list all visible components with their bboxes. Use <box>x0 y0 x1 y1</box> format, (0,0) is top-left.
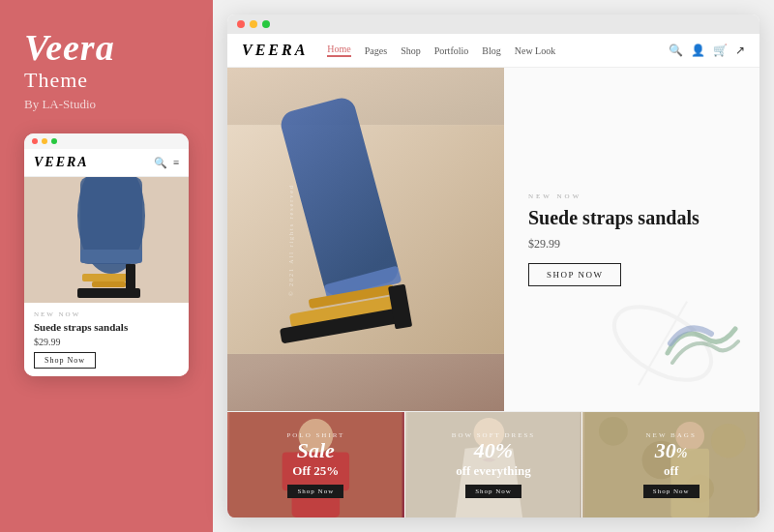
theme-label: Theme <box>24 68 88 93</box>
nav-item-blog[interactable]: Blog <box>482 45 500 56</box>
mobile-browser-bar <box>24 133 189 149</box>
left-panel: Veera Theme By LA-Studio VEERA 🔍 ≡ <box>0 0 213 532</box>
search-icon[interactable]: 🔍 <box>669 44 683 58</box>
desktop-shop-button[interactable]: Shop Now <box>528 263 621 286</box>
desktop-hero-image: © 2021 All rights reserved <box>227 68 504 411</box>
share-icon[interactable]: ↗ <box>735 44 745 58</box>
mobile-logo: VEERA <box>34 155 89 170</box>
card2-sub: off everything <box>456 463 531 479</box>
svg-rect-5 <box>92 281 126 287</box>
card2-sale: 40% <box>474 439 513 462</box>
card3-percent: % <box>676 446 688 460</box>
nav-item-portfolio[interactable]: Portfolio <box>434 45 469 56</box>
card3-sale: 30% <box>655 439 688 462</box>
desktop-browser-bar <box>227 15 759 34</box>
card1-overlay: POLO SHIRT Sale Off 25% Shop Now <box>227 412 404 517</box>
dot-yellow <box>250 20 257 28</box>
desktop-nav: VEERA Home Pages Shop Portfolio Blog New… <box>227 34 759 68</box>
card3-button[interactable]: Shop Now <box>643 485 700 498</box>
by-studio: By LA-Studio <box>24 97 96 112</box>
nav-item-new-look[interactable]: New Look <box>515 45 556 56</box>
brushstroke-decoration <box>663 314 740 372</box>
brand-name: Veera <box>24 29 115 66</box>
nav-item-pages[interactable]: Pages <box>365 45 387 56</box>
mobile-new-now: NEW NOW <box>34 310 179 318</box>
mobile-mockup: VEERA 🔍 ≡ <box>24 133 189 376</box>
card1-sub: Off 25% <box>292 463 339 479</box>
card1-button[interactable]: Shop Now <box>287 485 343 498</box>
cart-icon[interactable]: 🛒 <box>713 44 728 58</box>
card3-overlay: NEW BAGS 30% off Shop Now <box>582 412 759 517</box>
mobile-hero-image <box>24 177 189 303</box>
nav-item-home[interactable]: Home <box>327 44 350 57</box>
svg-rect-3 <box>80 250 142 263</box>
dot-red <box>237 20 245 28</box>
dot-green <box>262 20 270 28</box>
desktop-hero-content: NEW NOW Suede straps sandals $29.99 Shop… <box>504 68 759 411</box>
mobile-price: $29.99 <box>34 337 179 347</box>
mobile-product-title: Suede straps sandals <box>34 320 179 334</box>
nav-logo: VEERA <box>242 42 308 59</box>
dot-green <box>51 138 57 144</box>
menu-icon: ≡ <box>173 157 179 169</box>
desktop-hero: © 2021 All rights reserved NEW NOW Suede… <box>227 68 759 411</box>
right-panel: VEERA Home Pages Shop Portfolio Blog New… <box>213 0 774 532</box>
hero-illustration <box>24 177 189 303</box>
search-icon: 🔍 <box>154 157 167 169</box>
card2-button[interactable]: Shop Now <box>465 485 521 498</box>
vertical-text: © 2021 All rights reserved <box>288 184 294 296</box>
card2-overlay: BOW SOFT DRESS 40% off everything Shop N… <box>405 412 582 517</box>
mobile-shop-button[interactable]: Shop Now <box>34 352 96 369</box>
dot-yellow <box>42 138 47 144</box>
product-card-dress: BOW SOFT DRESS 40% off everything Shop N… <box>405 412 583 517</box>
desktop-mockup: VEERA Home Pages Shop Portfolio Blog New… <box>227 15 759 517</box>
desktop-product-title: Suede straps sandals <box>528 206 735 229</box>
svg-rect-7 <box>126 264 135 293</box>
user-icon[interactable]: 👤 <box>691 44 705 58</box>
product-card-bags: NEW BAGS 30% off Shop Now <box>582 412 759 517</box>
mobile-header: VEERA 🔍 ≡ <box>24 149 189 177</box>
nav-item-shop[interactable]: Shop <box>401 45 421 56</box>
mobile-hero <box>24 177 189 303</box>
mobile-icons: 🔍 ≡ <box>154 157 179 169</box>
mobile-content: NEW NOW Suede straps sandals $29.99 Shop… <box>24 303 189 376</box>
hero-sandal-illustration <box>227 68 504 411</box>
card3-sub: off <box>664 463 678 479</box>
card1-sale: Sale <box>297 439 335 462</box>
nav-items: Home Pages Shop Portfolio Blog New Look <box>327 44 669 57</box>
hero-photo-background: © 2021 All rights reserved <box>227 68 504 411</box>
desktop-new-now: NEW NOW <box>528 192 735 200</box>
product-card-polo: POLO SHIRT Sale Off 25% Shop Now <box>227 412 405 517</box>
nav-icons: 🔍 👤 🛒 ↗ <box>669 44 745 58</box>
dot-red <box>32 138 38 144</box>
desktop-bottom-cards: POLO SHIRT Sale Off 25% Shop Now BOW <box>227 411 759 517</box>
desktop-price: $29.99 <box>528 237 735 251</box>
